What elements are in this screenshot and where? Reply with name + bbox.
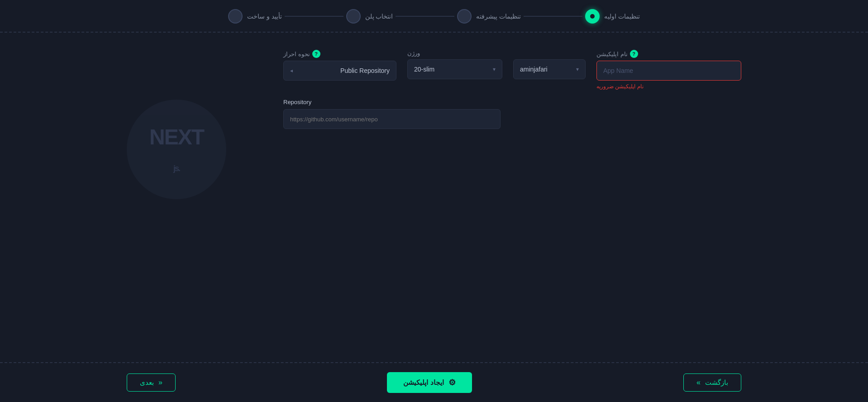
form-row-1: ? نام اپلیکیشن نام اپلیکیشن ضروریه aminj… [283,50,741,90]
version-dropdown[interactable]: 20-slim ▾ [407,59,502,79]
execution-dropdown[interactable]: ◂ Public Repository [283,61,396,81]
version-selected-text: 20-slim [414,66,434,73]
nextjs-text: NEXT .js [149,126,204,172]
step-item-initial-settings: تنظیمات اولیه [585,9,640,24]
nextjs-main-text: NEXT [149,125,204,149]
step-circle-initial [585,9,600,24]
create-button-label: ایجاد اپلیکیشن [403,378,444,387]
stepper: تنظیمات اولیه تنظیمات پیشرفته انتخاب پلن… [0,0,868,32]
repository-input[interactable] [283,109,501,129]
execution-label-text: نحوه احراز [283,51,310,57]
step-item-confirm: تأیید و ساخت [228,9,282,24]
version-label: ورژن [407,50,420,57]
back-button-label: بازگشت [705,378,728,387]
owner-group: aminjafari ▾ [513,50,586,79]
next-arrow-icon: « [158,378,162,387]
top-divider [0,32,868,33]
app-name-error: نام اپلیکیشن ضروریه [596,83,644,90]
create-gear-icon: ⚙ [448,378,456,388]
app-name-label: ? نام اپلیکیشن [596,50,638,58]
step-circle-plan [346,9,361,24]
step-label-confirm: تأیید و ساخت [247,13,282,20]
execution-selected-text: Public Repository [340,67,390,74]
step-line-2 [396,16,454,17]
create-button[interactable]: ⚙ ایجاد اپلیکیشن [387,372,472,393]
execution-group: ? نحوه احراز ◂ Public Repository [283,50,396,81]
owner-selected-text: aminjafari [520,66,548,73]
owner-label [513,50,515,57]
app-name-input[interactable] [596,61,741,81]
repository-label: Repository [283,99,311,105]
next-button-label: بعدی [140,378,154,387]
owner-dropdown[interactable]: aminjafari ▾ [513,59,586,79]
check-icon [589,13,596,19]
step-label-plan: انتخاب پلن [365,13,393,20]
step-label-initial: تنظیمات اولیه [604,13,640,20]
right-form: ? نام اپلیکیشن نام اپلیکیشن ضروریه aminj… [283,50,741,129]
back-button[interactable]: بازگشت » [683,373,741,392]
execution-label: ? نحوه احراز [283,50,320,58]
execution-chevron-left-icon: ◂ [290,67,293,74]
nextjs-sub-text: .js [173,164,180,173]
next-button[interactable]: « بعدی [127,373,176,392]
step-circle-confirm [228,9,243,24]
back-arrow-icon: » [696,378,701,387]
bottom-section: بازگشت » ⚙ ایجاد اپلیکیشن « بعدی [0,362,868,402]
nextjs-circle: NEXT .js [127,100,226,199]
version-chevron-icon: ▾ [493,66,496,72]
version-label-text: ورژن [407,50,420,57]
bottom-actions: بازگشت » ⚙ ایجاد اپلیکیشن « بعدی [0,363,868,402]
repository-section: Repository [283,99,741,129]
step-line-1 [524,16,582,17]
app-name-label-text: نام اپلیکیشن [596,51,628,57]
step-circle-advanced [457,9,472,24]
version-group: ورژن 20-slim ▾ [407,50,502,79]
svg-point-0 [590,14,595,19]
step-line-3 [285,16,343,17]
owner-chevron-icon: ▾ [576,66,579,72]
app-name-group: ? نام اپلیکیشن نام اپلیکیشن ضروریه [596,50,741,90]
nextjs-logo-area: NEXT .js [127,100,226,199]
execution-help-icon[interactable]: ? [312,50,320,58]
app-name-help-icon[interactable]: ? [630,50,638,58]
step-label-advanced: تنظیمات پیشرفته [476,13,521,20]
step-item-plan: انتخاب پلن [346,9,393,24]
step-item-advanced: تنظیمات پیشرفته [457,9,521,24]
